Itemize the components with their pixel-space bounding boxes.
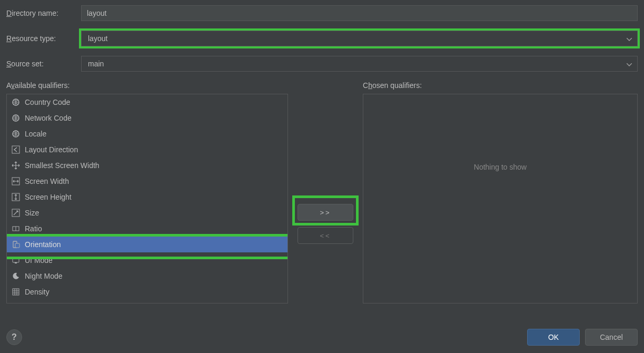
night-icon: [11, 271, 21, 281]
qualifier-item-label: Orientation: [25, 240, 61, 249]
qualifier-item-label: Layout Direction: [25, 145, 78, 154]
svg-rect-12: [15, 262, 17, 263]
chevron-down-icon: [627, 60, 632, 68]
qualifier-item-label: Smallest Screen Width: [25, 161, 100, 170]
chevron-down-icon: [627, 34, 632, 43]
qualifier-item-label: Country Code: [25, 98, 70, 106]
ui-mode-icon: [11, 256, 21, 265]
resource-type-combo[interactable]: layout: [81, 31, 638, 46]
qualifier-item-smallest-screen-width[interactable]: Smallest Screen Width: [7, 158, 288, 173]
qualifier-item-label: Screen Height: [25, 193, 72, 201]
chosen-qualifiers-label: Chosen qualifiers:: [363, 81, 638, 90]
globe-icon: [11, 129, 21, 139]
arrow-left-icon: [11, 145, 21, 154]
svg-rect-3: [12, 146, 19, 153]
resource-type-row: Resource type: layout: [6, 31, 638, 46]
qualifier-item-label: Screen Width: [25, 177, 69, 185]
dialog-footer: ? OK Cancel: [6, 329, 638, 346]
svg-rect-11: [13, 258, 19, 262]
resource-type-value: layout: [88, 34, 107, 43]
arrows-all-icon: [11, 161, 21, 170]
directory-name-input[interactable]: [81, 5, 638, 21]
remove-qualifier-button[interactable]: <<: [298, 227, 353, 244]
add-qualifier-button[interactable]: >>: [298, 204, 353, 221]
svg-rect-13: [13, 289, 19, 295]
ratio-icon: [11, 224, 21, 233]
source-set-value: main: [88, 60, 104, 68]
directory-name-label: Directory name:: [6, 9, 81, 17]
qualifier-item-label: Size: [25, 209, 39, 217]
qualifier-item-label: Ratio: [25, 224, 42, 233]
orientation-icon: [11, 240, 21, 249]
arrows-v-icon: [11, 192, 21, 202]
resource-type-label: Resource type:: [6, 34, 81, 43]
source-set-row: Source set: main: [6, 56, 638, 72]
qualifier-item-night-mode[interactable]: Night Mode: [7, 268, 288, 284]
qualifier-item-label: Density: [25, 288, 49, 296]
qualifier-item-layout-direction[interactable]: Layout Direction: [7, 142, 288, 158]
chosen-qualifiers-panel: Chosen qualifiers: Nothing to show: [363, 81, 638, 303]
qualifier-item-country-code[interactable]: Country Code: [7, 94, 288, 110]
qualifier-item-ratio[interactable]: Ratio: [7, 221, 288, 237]
qualifier-panels: Available qualifiers: Country CodeNetwor…: [6, 81, 638, 303]
qualifier-item-locale[interactable]: Locale: [7, 126, 288, 142]
qualifier-item-screen-height[interactable]: Screen Height: [7, 189, 288, 205]
qualifier-item-orientation[interactable]: Orientation: [7, 237, 288, 252]
source-set-combo[interactable]: main: [81, 56, 638, 72]
available-qualifiers-list[interactable]: Country CodeNetwork CodeLocaleLayout Dir…: [6, 94, 288, 303]
transfer-buttons: >> <<: [294, 81, 356, 303]
qualifier-item-label: UI Mode: [25, 256, 53, 264]
available-qualifiers-label: Available qualifiers:: [6, 81, 288, 90]
globe-net-icon: [11, 113, 21, 123]
qualifier-item-label: Network Code: [25, 114, 72, 122]
qualifier-item-ui-mode[interactable]: UI Mode: [7, 252, 288, 268]
density-icon: [11, 287, 21, 297]
help-button[interactable]: ?: [6, 329, 22, 345]
cancel-button[interactable]: Cancel: [585, 329, 638, 346]
qualifier-item-density[interactable]: Density: [7, 284, 288, 300]
directory-name-row: Directory name:: [6, 5, 638, 21]
chosen-empty-message: Nothing to show: [363, 163, 637, 171]
qualifier-item-label: Night Mode: [25, 272, 63, 280]
qualifier-item-size[interactable]: Size: [7, 205, 288, 221]
qualifier-item-screen-width[interactable]: Screen Width: [7, 173, 288, 189]
arrows-h-icon: [11, 177, 21, 186]
source-set-label: Source set:: [6, 60, 81, 68]
chosen-qualifiers-list[interactable]: Nothing to show: [363, 94, 638, 303]
qualifier-item-network-code[interactable]: Network Code: [7, 110, 288, 126]
globe-flag-icon: [11, 97, 21, 107]
available-qualifiers-panel: Available qualifiers: Country CodeNetwor…: [6, 81, 288, 303]
resize-icon: [11, 208, 21, 218]
qualifier-item-label: Locale: [25, 130, 46, 138]
svg-rect-10: [15, 243, 19, 248]
ok-button[interactable]: OK: [527, 329, 580, 346]
